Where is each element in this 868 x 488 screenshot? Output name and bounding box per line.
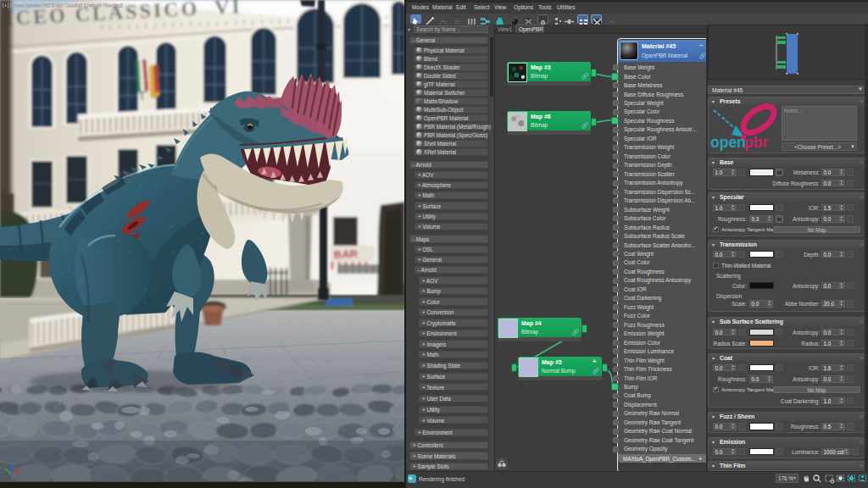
svg-text:BAR: BAR: [334, 247, 359, 261]
svg-text:[+] [PhysCamera001] [High Qual: [+] [PhysCamera001] [High Quality] [Defa…: [3, 3, 123, 8]
svg-text:pbr: pbr: [744, 134, 768, 151]
svg-text:open: open: [710, 134, 746, 151]
